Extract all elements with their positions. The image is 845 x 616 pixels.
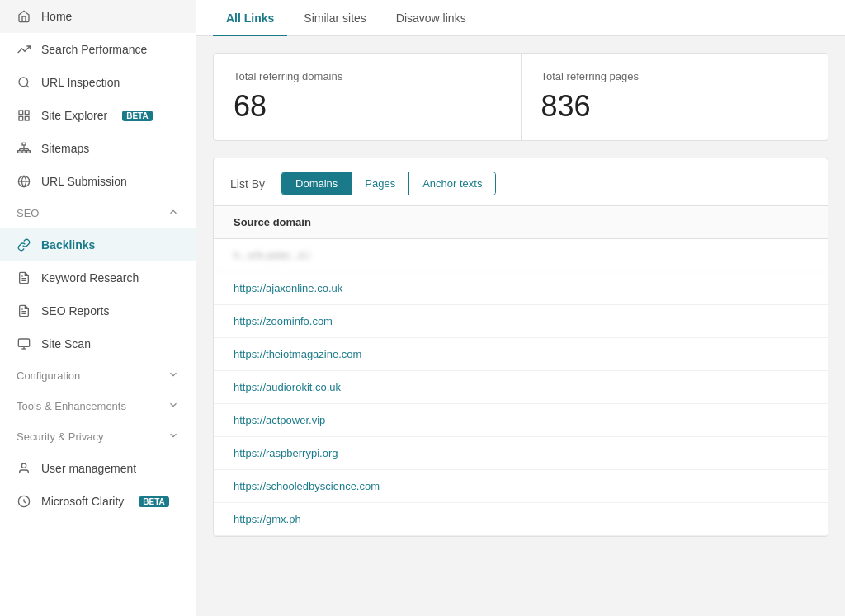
list-by-label: List By	[230, 177, 265, 190]
security-section[interactable]: Security & Privacy	[0, 421, 196, 452]
stat-referring-pages: Total referring pages 836	[522, 54, 828, 140]
sidebar-item-search-performance[interactable]: Search Performance	[0, 33, 196, 66]
security-label: Security & Privacy	[17, 430, 103, 443]
sidebar-item-microsoft-clarity[interactable]: Microsoft Clarity BETA	[0, 485, 196, 518]
chevron-up-icon	[168, 206, 179, 220]
link-icon	[17, 237, 31, 252]
chevron-down-icon-tools	[168, 399, 179, 413]
sitemap-icon	[17, 141, 31, 156]
grid-icon	[17, 108, 31, 123]
svg-rect-6	[22, 143, 26, 145]
configuration-section[interactable]: Configuration	[0, 360, 196, 391]
list-by-section: List By Domains Pages Anchor texts Sourc…	[213, 158, 828, 537]
table-row[interactable]: https://raspberrypi.org	[214, 437, 828, 470]
svg-rect-5	[25, 116, 29, 120]
stat-referring-domains: Total referring domains 68	[214, 54, 522, 140]
chevron-down-icon	[168, 369, 179, 383]
sidebar-item-url-submission-label: URL Submission	[41, 175, 127, 188]
sidebar-item-search-performance-label: Search Performance	[41, 43, 147, 56]
table-row[interactable]: https://ajaxonline.co.uk	[214, 272, 828, 305]
table-row[interactable]: https://gmx.ph	[214, 503, 828, 536]
svg-rect-20	[18, 339, 29, 346]
svg-point-0	[19, 78, 28, 87]
clarity-icon	[17, 494, 31, 509]
sidebar-item-backlinks[interactable]: Backlinks	[0, 228, 196, 261]
filter-buttons: Domains Pages Anchor texts	[281, 172, 496, 195]
filter-btn-anchor-texts[interactable]: Anchor texts	[409, 172, 495, 195]
svg-rect-2	[19, 111, 23, 115]
referring-pages-label: Total referring pages	[541, 70, 809, 82]
referring-domains-value: 68	[234, 89, 501, 124]
search-icon	[17, 75, 31, 90]
main-content: All Links Similar sites Disavow links To…	[196, 0, 845, 616]
referring-pages-value: 836	[541, 89, 809, 124]
clarity-beta-badge: BETA	[139, 496, 168, 507]
sidebar-item-backlinks-label: Backlinks	[41, 238, 95, 252]
content-area: Total referring domains 68 Total referri…	[196, 36, 845, 616]
table-row[interactable]: https://audiorokit.co.uk	[214, 371, 828, 404]
configuration-label: Configuration	[17, 369, 80, 382]
chevron-down-icon-security	[168, 430, 179, 444]
sidebar-item-home[interactable]: Home	[0, 0, 196, 33]
tools-section[interactable]: Tools & Enhancements	[0, 391, 196, 421]
file-text-icon	[17, 270, 31, 285]
filter-btn-domains[interactable]: Domains	[282, 172, 352, 195]
table-row[interactable]: h...e/b.aster...d.i	[214, 239, 828, 272]
trending-up-icon	[17, 42, 31, 57]
sidebar-item-url-submission[interactable]: URL Submission	[0, 165, 196, 198]
site-explorer-beta-badge: BETA	[122, 111, 152, 121]
sidebar-item-url-inspection-label: URL Inspection	[41, 76, 120, 89]
table-header: Source domain	[214, 206, 828, 239]
sidebar-item-sitemaps-label: Sitemaps	[41, 142, 89, 155]
sidebar-item-keyword-research-label: Keyword Research	[41, 271, 139, 284]
sidebar-item-seo-reports-label: SEO Reports	[41, 304, 109, 317]
sidebar-item-user-management-label: User management	[41, 462, 136, 475]
table-row[interactable]: https://schooledbyscience.com	[214, 470, 828, 503]
tab-all-links[interactable]: All Links	[213, 0, 287, 36]
sidebar-item-site-scan[interactable]: Site Scan	[0, 327, 196, 360]
sidebar-item-seo-reports[interactable]: SEO Reports	[0, 294, 196, 327]
svg-point-23	[21, 463, 26, 468]
svg-rect-8	[22, 151, 26, 153]
sidebar-item-site-explorer-label: Site Explorer	[41, 109, 107, 122]
svg-rect-9	[26, 151, 30, 153]
column-source-domain: Source domain	[234, 216, 311, 228]
sidebar-item-home-label: Home	[41, 10, 72, 23]
sidebar-item-user-management[interactable]: User management	[0, 452, 196, 485]
sidebar: Home Search Performance URL Inspection S…	[0, 0, 196, 616]
referring-domains-label: Total referring domains	[234, 70, 501, 82]
svg-rect-7	[18, 151, 21, 153]
list-by-header: List By Domains Pages Anchor texts	[214, 158, 828, 206]
tab-similar-sites[interactable]: Similar sites	[290, 0, 379, 36]
stats-row: Total referring domains 68 Total referri…	[213, 53, 828, 141]
user-icon	[17, 461, 31, 476]
tabs-bar: All Links Similar sites Disavow links	[196, 0, 845, 36]
sidebar-item-url-inspection[interactable]: URL Inspection	[0, 66, 196, 99]
seo-section[interactable]: SEO	[0, 198, 196, 228]
sidebar-item-keyword-research[interactable]: Keyword Research	[0, 261, 196, 294]
sidebar-item-site-explorer[interactable]: Site Explorer BETA	[0, 99, 196, 132]
table-row[interactable]: https://actpower.vip	[214, 404, 828, 437]
svg-rect-4	[19, 116, 23, 120]
tab-disavow-links[interactable]: Disavow links	[383, 0, 479, 36]
sidebar-item-site-scan-label: Site Scan	[41, 337, 91, 350]
svg-line-1	[26, 85, 29, 87]
sidebar-item-sitemaps[interactable]: Sitemaps	[0, 132, 196, 165]
table-row[interactable]: https://theiotmagazine.com	[214, 338, 828, 371]
seo-section-label: SEO	[17, 207, 39, 219]
report-icon	[17, 303, 31, 318]
sidebar-item-microsoft-clarity-label: Microsoft Clarity	[41, 495, 124, 508]
tools-label: Tools & Enhancements	[17, 400, 126, 412]
filter-btn-pages[interactable]: Pages	[352, 172, 409, 195]
home-icon	[17, 9, 31, 24]
monitor-icon	[17, 336, 31, 351]
globe-icon	[17, 174, 31, 189]
svg-rect-3	[25, 111, 29, 115]
table-row[interactable]: https://zoominfo.com	[214, 305, 828, 338]
